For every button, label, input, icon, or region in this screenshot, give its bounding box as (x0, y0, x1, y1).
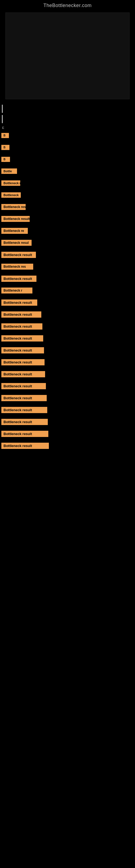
separator-bar-1 (2, 105, 3, 113)
bottleneck-label: Bottleneck r (1, 287, 32, 293)
list-item: Bottleneck result (1, 405, 134, 415)
list-item: Bottleneck result (1, 309, 134, 319)
bottleneck-label: Bottle (1, 168, 17, 174)
separator-bar-2 (2, 115, 3, 123)
list-item: Bottleneck result (1, 250, 134, 260)
list-item: Bottleneck result (1, 214, 134, 224)
list-item: Bottleneck result (1, 357, 134, 367)
list-item: Bottleneck result (1, 393, 134, 403)
list-item: Bottleneck result (1, 369, 134, 379)
bottleneck-label: Bottleneck result (1, 383, 46, 389)
bottleneck-label: Bottleneck (1, 192, 21, 198)
bottleneck-label: Bottleneck result (1, 419, 48, 425)
bottleneck-label: Bottleneck resul (1, 240, 32, 246)
bottleneck-label: Bottleneck result (1, 216, 30, 222)
list-item: Bottleneck (1, 190, 134, 200)
bottleneck-label: B (1, 145, 9, 150)
list-item: Bottleneck result (1, 333, 134, 343)
bottleneck-label: Bottleneck result (1, 443, 49, 449)
list-item: B (1, 154, 134, 164)
bottleneck-label: Bottleneck result (1, 431, 48, 437)
bottleneck-label: Bottleneck result (1, 300, 37, 306)
bottleneck-label: Bottleneck result (1, 359, 45, 365)
list-item: Bottleneck result (1, 345, 134, 355)
list-item: Bottleneck resul (1, 238, 134, 248)
list-item: Bottleneck result (1, 381, 134, 391)
list-item: B (1, 142, 134, 152)
bottleneck-label: Bottleneck r (1, 180, 20, 186)
list-item: B (1, 130, 134, 141)
bottleneck-label: Bottleneck result (1, 347, 44, 353)
list-item: Bottle (1, 166, 134, 176)
list-item: Bottleneck result (1, 321, 134, 332)
bottleneck-label: Bottleneck result (1, 395, 47, 401)
small-label-e: E (1, 125, 134, 130)
list-item: Bottleneck result (1, 416, 134, 427)
list-item: Bottleneck res (1, 202, 134, 212)
chart-area (5, 12, 130, 99)
bottleneck-label: Bottleneck res (1, 204, 26, 210)
bottleneck-label: B (1, 157, 10, 162)
bottleneck-list: E B B B Bottle Bottleneck r Bottleneck B… (0, 105, 135, 451)
bottleneck-label: Bottleneck result (1, 371, 45, 377)
bottleneck-label: Bottleneck re (1, 228, 28, 234)
bottleneck-label: Bottleneck res (1, 264, 33, 270)
list-item: Bottleneck result (1, 429, 134, 439)
list-item: Bottleneck r (1, 285, 134, 296)
site-title: TheBottlenecker.com (0, 0, 135, 10)
bottleneck-label: Bottleneck result (1, 252, 36, 258)
list-item: Bottleneck result (1, 273, 134, 284)
list-item: Bottleneck result (1, 297, 134, 308)
bottleneck-label: Bottleneck result (1, 311, 41, 318)
list-item: Bottleneck result (1, 440, 134, 451)
bottleneck-label: Bottleneck result (1, 276, 37, 282)
list-item: Bottleneck res (1, 261, 134, 272)
bottleneck-label: Bottleneck result (1, 335, 43, 341)
list-item: Bottleneck re (1, 226, 134, 236)
bottleneck-label: Bottleneck result (1, 323, 42, 330)
bottleneck-label: B (1, 133, 9, 138)
bottleneck-label: Bottleneck result (1, 407, 47, 413)
list-item: Bottleneck r (1, 178, 134, 188)
